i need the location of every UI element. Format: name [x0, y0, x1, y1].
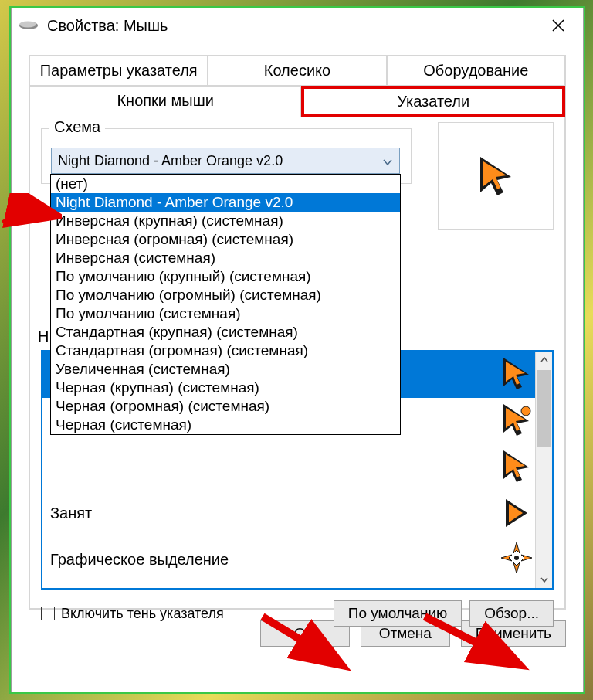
chevron-up-icon [540, 356, 548, 364]
cursor-preview-icon [476, 154, 516, 199]
fieldset-scheme: Схема Night Diamond - Amber Orange v2.0 … [41, 128, 412, 184]
scheme-option[interactable]: По умолчанию (крупный) (системная) [51, 267, 400, 286]
svg-marker-14 [513, 562, 520, 573]
scheme-option[interactable]: Черная (системная) [51, 416, 400, 434]
defaults-button[interactable]: По умолчанию [334, 600, 463, 627]
svg-marker-16 [521, 555, 532, 561]
svg-marker-13 [513, 542, 520, 553]
tab-hardware[interactable]: Оборудование [387, 56, 565, 86]
close-button[interactable] [540, 10, 577, 41]
chevron-down-icon [382, 155, 393, 172]
browse-button[interactable]: Обзор... [469, 600, 554, 627]
dialog-window: Свойства: Мышь Параметры указателя Колес… [11, 8, 584, 692]
cursor-row-preview [500, 494, 538, 533]
tab-wheel[interactable]: Колесико [208, 56, 386, 86]
tab-content: Схема Night Diamond - Amber Orange v2.0 … [29, 117, 565, 609]
cursor-row-label: Занят [50, 505, 500, 522]
svg-point-1 [19, 22, 36, 28]
svg-marker-15 [501, 555, 512, 561]
shadow-checkbox-label[interactable]: Включить тень указателя [41, 606, 224, 622]
close-icon [551, 19, 565, 32]
cursor-list-row[interactable]: Занят [42, 491, 552, 537]
scheme-option[interactable]: Стандартная (крупная) (системная) [51, 323, 400, 342]
scroll-down-button[interactable] [536, 571, 553, 588]
scheme-option[interactable]: (нет) [51, 175, 400, 193]
cursor-row-preview [500, 402, 538, 440]
cursor-row-preview [500, 355, 538, 394]
scheme-selected: Night Diamond - Amber Orange v2.0 [58, 153, 283, 169]
scheme-option[interactable]: Инверсная (крупная) (системная) [51, 212, 400, 230]
scheme-option[interactable]: Черная (огромная) (системная) [51, 397, 400, 416]
titlebar: Свойства: Мышь [12, 8, 583, 42]
scheme-option[interactable]: Инверсная (системная) [51, 249, 400, 267]
scheme-option[interactable]: Стандартная (огромная) (системная) [51, 342, 400, 360]
dialog-body: Параметры указателя Колесико Оборудовани… [12, 42, 583, 620]
scheme-legend: Схема [49, 118, 105, 136]
chevron-down-icon [540, 576, 548, 583]
list-scrollbar[interactable] [535, 352, 552, 588]
shadow-checkbox-text: Включить тень указателя [61, 606, 224, 622]
scroll-up-button[interactable] [536, 352, 553, 369]
scheme-dropdown[interactable]: (нет) Night Diamond - Amber Orange v2.0 … [50, 174, 401, 435]
scheme-option[interactable]: Night Diamond - Amber Orange v2.0 [51, 193, 400, 212]
tab-pointer-options[interactable]: Параметры указателя [29, 56, 208, 86]
cursor-row-preview [500, 448, 538, 487]
tab-buttons[interactable]: Кнопки мыши [29, 86, 301, 117]
scheme-option[interactable]: Черная (крупная) (системная) [51, 379, 400, 397]
scroll-thumb[interactable] [537, 370, 551, 447]
scheme-option[interactable]: По умолчанию (огромный) (системная) [51, 286, 400, 304]
cursor-list-row[interactable] [42, 444, 552, 491]
cursor-row-label: Графическое выделение [50, 551, 500, 569]
cursor-row-preview [500, 541, 538, 579]
customize-label-partial: Н [38, 328, 49, 345]
tabs-row-2: Кнопки мыши Указатели [29, 86, 565, 117]
cursor-list-row[interactable]: Графическое выделение [42, 537, 552, 583]
cursor-preview [438, 122, 554, 230]
svg-point-8 [521, 406, 530, 416]
shadow-checkbox[interactable] [41, 607, 55, 620]
svg-point-17 [514, 556, 519, 560]
tab-pointers[interactable]: Указатели [301, 86, 565, 117]
scheme-option[interactable]: Инверсная (огромная) (системная) [51, 230, 400, 249]
below-list-row: Включить тень указателя По умолчанию Обз… [41, 600, 554, 627]
tabs-container: Параметры указателя Колесико Оборудовани… [29, 55, 566, 610]
window-title: Свойства: Мышь [47, 17, 540, 35]
scheme-option[interactable]: Увеличенная (системная) [51, 360, 400, 379]
scheme-option[interactable]: По умолчанию (системная) [51, 304, 400, 323]
tabs-row-1: Параметры указателя Колесико Оборудовани… [29, 56, 565, 86]
mouse-icon [18, 19, 39, 32]
scheme-combobox[interactable]: Night Diamond - Amber Orange v2.0 [51, 148, 400, 174]
